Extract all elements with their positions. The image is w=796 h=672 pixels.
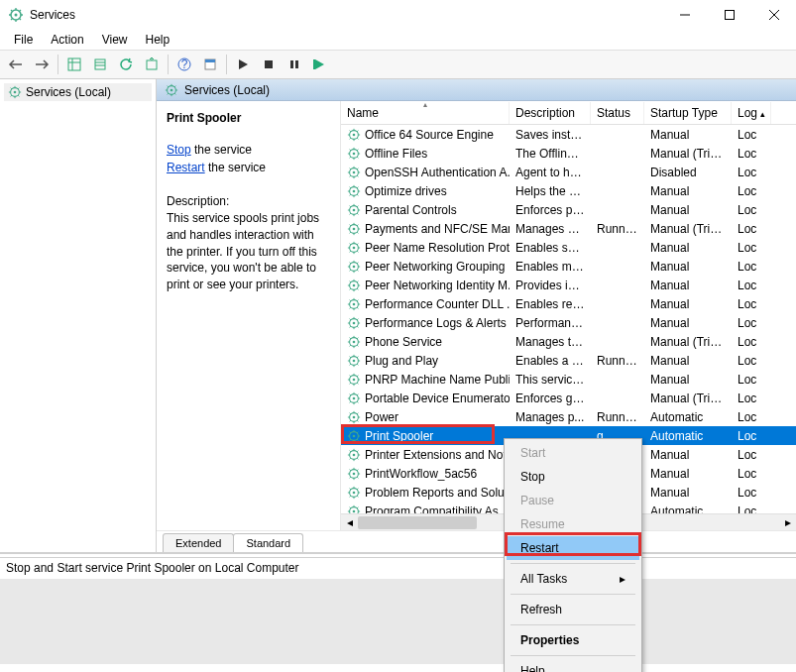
service-desc-cell: The Offline ... <box>510 147 591 161</box>
service-row[interactable]: PowerManages p...RunningAutomaticLoc <box>341 407 796 426</box>
svg-rect-16 <box>205 59 215 62</box>
service-row[interactable]: Performance Logs & AlertsPerformanc...Ma… <box>341 313 796 332</box>
column-status[interactable]: Status <box>591 102 644 124</box>
service-row[interactable]: OpenSSH Authentication A...Agent to ho..… <box>341 163 796 181</box>
statusbar: Stop and Start service Print Spooler on … <box>0 557 796 579</box>
svg-rect-17 <box>265 60 273 68</box>
menu-item-start: Start <box>507 441 639 465</box>
stop-service-button[interactable] <box>257 53 281 76</box>
scroll-left-button[interactable]: ◂ <box>341 514 358 531</box>
start-service-button[interactable] <box>231 53 255 76</box>
forward-button[interactable] <box>30 53 54 76</box>
service-startup-cell: Manual <box>644 279 732 292</box>
service-desc-cell: Manages th... <box>510 335 591 349</box>
service-logon-cell: Loc <box>732 128 771 142</box>
menu-item-properties[interactable]: Properties <box>507 628 639 652</box>
service-row[interactable]: Office 64 Source EngineSaves install...M… <box>341 125 796 144</box>
service-name-cell: Phone Service <box>341 335 510 349</box>
service-row[interactable]: Peer Networking Identity M...Provides id… <box>341 276 796 294</box>
service-name-cell: Peer Name Resolution Prot... <box>341 241 510 255</box>
service-logon-cell: Loc <box>732 392 771 405</box>
show-hide-tree-button[interactable] <box>62 53 86 76</box>
menu-item-stop[interactable]: Stop <box>507 465 639 489</box>
service-row[interactable]: Parental ControlsEnforces pa...ManualLoc <box>341 200 796 219</box>
service-logon-cell: Loc <box>732 279 771 292</box>
column-name[interactable]: ▴Name <box>341 102 510 124</box>
service-row[interactable]: Payments and NFC/SE Man...Manages pa...R… <box>341 219 796 238</box>
menu-item-all-tasks[interactable]: All Tasks▸ <box>507 567 639 591</box>
minimize-button[interactable] <box>662 0 707 30</box>
svg-rect-9 <box>95 59 105 69</box>
column-startup-type[interactable]: Startup Type <box>644 102 732 124</box>
stop-service-link[interactable]: Stop <box>167 143 191 157</box>
service-row[interactable]: Offline FilesThe Offline ...Manual (Trig… <box>341 144 796 163</box>
tree-node-services-local[interactable]: Services (Local) <box>4 83 152 101</box>
service-row[interactable]: Peer Networking GroupingEnables mul...Ma… <box>341 257 796 276</box>
console-tree[interactable]: Services (Local) <box>0 79 157 552</box>
service-desc-cell: Enables rem... <box>510 297 591 311</box>
menu-help[interactable]: Help <box>138 31 178 49</box>
service-name-cell: Offline Files <box>341 147 510 161</box>
service-desc-cell: Manages p... <box>510 410 591 424</box>
svg-point-32 <box>353 189 356 192</box>
svg-point-1 <box>15 14 18 17</box>
svg-text:?: ? <box>181 57 188 71</box>
svg-point-42 <box>353 283 356 286</box>
close-button[interactable] <box>751 0 796 30</box>
export-button[interactable] <box>140 53 164 76</box>
tab-extended[interactable]: Extended <box>163 533 234 552</box>
svg-point-44 <box>353 302 356 305</box>
pause-service-button[interactable] <box>283 53 306 76</box>
restart-service-button[interactable] <box>308 53 332 76</box>
svg-point-58 <box>353 434 356 437</box>
service-name-cell: Optimize drives <box>341 184 510 198</box>
service-startup-cell: Manual <box>644 354 732 368</box>
service-row[interactable]: Peer Name Resolution Prot...Enables serv… <box>341 238 796 257</box>
service-logon-cell: Loc <box>732 147 771 161</box>
gear-icon <box>165 83 178 97</box>
service-row[interactable]: PNRP Machine Name Publi...This service .… <box>341 370 796 389</box>
svg-point-46 <box>353 321 356 324</box>
service-row[interactable]: Plug and PlayEnables a c...RunningManual… <box>341 351 796 370</box>
svg-rect-19 <box>295 60 298 68</box>
menu-item-refresh[interactable]: Refresh <box>507 598 639 621</box>
restart-service-link[interactable]: Restart <box>167 161 205 174</box>
export-list-button[interactable] <box>88 53 112 76</box>
scroll-thumb[interactable] <box>358 516 477 529</box>
scroll-right-button[interactable]: ▸ <box>779 514 796 531</box>
column-logon[interactable]: Log ▴ <box>732 102 771 124</box>
menubar: File Action View Help <box>0 30 796 50</box>
menu-item-resume: Resume <box>507 512 639 536</box>
back-button[interactable] <box>4 53 28 76</box>
service-name-cell: Printer Extensions and Not <box>341 448 510 462</box>
service-status-cell: Running <box>591 222 644 236</box>
service-startup-cell: Manual (Trig... <box>644 335 732 349</box>
context-menu: Start Stop Pause Resume Restart All Task… <box>504 438 642 672</box>
tree-node-label: Services (Local) <box>26 85 111 99</box>
service-logon-cell: Loc <box>732 241 771 255</box>
tab-standard[interactable]: Standard <box>233 533 303 552</box>
refresh-button[interactable] <box>114 53 138 76</box>
result-pane-title: Services (Local) <box>184 83 270 97</box>
menu-view[interactable]: View <box>94 31 136 49</box>
service-row[interactable]: Optimize drivesHelps the c...ManualLoc <box>341 181 796 200</box>
service-row[interactable]: Portable Device Enumerator...Enforces gr… <box>341 389 796 407</box>
menu-item-help[interactable]: Help <box>507 659 639 672</box>
help-button[interactable]: ? <box>172 53 196 76</box>
service-row[interactable]: Performance Counter DLL ...Enables rem..… <box>341 294 796 313</box>
properties-button[interactable] <box>198 53 222 76</box>
menu-action[interactable]: Action <box>43 31 91 49</box>
service-logon-cell: Loc <box>732 410 771 424</box>
service-startup-cell: Manual (Trig... <box>644 147 732 161</box>
column-description[interactable]: Description <box>510 102 591 124</box>
service-startup-cell: Manual <box>644 486 732 500</box>
service-logon-cell: Loc <box>732 260 771 274</box>
menu-file[interactable]: File <box>6 31 41 49</box>
service-desc-cell: Enables a c... <box>510 354 591 368</box>
menu-item-restart[interactable]: Restart <box>507 536 639 560</box>
maximize-button[interactable] <box>707 0 751 30</box>
service-row[interactable]: Phone ServiceManages th...Manual (Trig..… <box>341 332 796 351</box>
service-logon-cell: Loc <box>732 448 771 462</box>
description-text: This service spools print jobs and handl… <box>167 210 330 293</box>
service-desc-cell: Performanc... <box>510 316 591 330</box>
